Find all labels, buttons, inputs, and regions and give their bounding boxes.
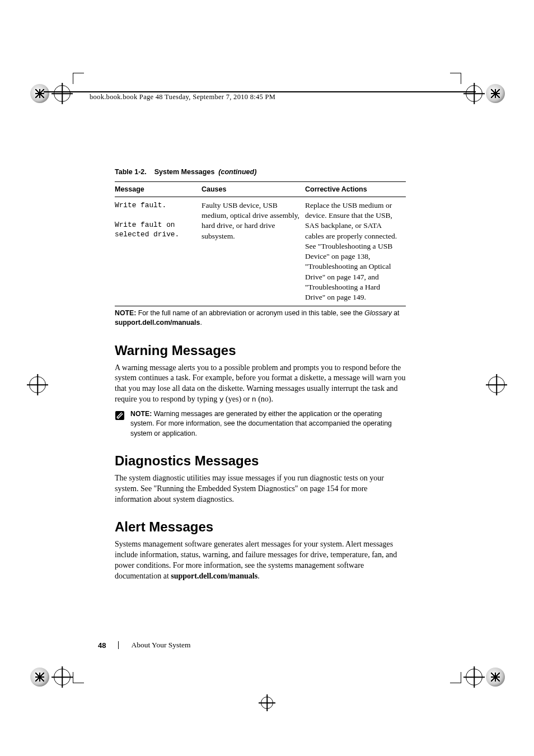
heading-diagnostics-messages: Diagnostics Messages bbox=[115, 453, 406, 469]
header-rule bbox=[44, 91, 476, 92]
page-content: Table 1-2. System Messages (continued) M… bbox=[115, 168, 406, 585]
page-runner: book.book.book Page 48 Tuesday, Septembe… bbox=[90, 93, 275, 101]
crosshair-bottom-right bbox=[466, 669, 483, 685]
system-messages-table: Message Causes Corrective Actions Write … bbox=[115, 181, 406, 306]
note-label: NOTE: bbox=[115, 309, 136, 317]
col-corrective: Corrective Actions bbox=[305, 182, 406, 197]
corrective-cell: Replace the USB medium or device. Ensure… bbox=[305, 197, 406, 306]
page-number: 48 bbox=[98, 641, 106, 650]
footer-divider bbox=[118, 641, 119, 649]
message-cell: Write fault. Write fault on selected dri… bbox=[115, 197, 202, 306]
page-footer: 48 About Your System bbox=[98, 641, 191, 650]
alert-body: Systems management software generates al… bbox=[115, 539, 406, 582]
causes-cell: Faulty USB device, USB medium, optical d… bbox=[202, 197, 305, 306]
crosshair-bottom-center bbox=[259, 694, 275, 711]
table-caption-continued: (continued) bbox=[217, 168, 257, 176]
crosshair-bottom-left bbox=[54, 669, 71, 685]
register-mark-bottom-left bbox=[30, 668, 49, 687]
table-caption-number: Table 1-2. bbox=[115, 168, 147, 176]
footer-section-name: About Your System bbox=[131, 641, 190, 650]
register-mark-top-left bbox=[30, 84, 49, 103]
col-causes: Causes bbox=[202, 182, 305, 197]
register-mark-bottom-right bbox=[486, 668, 505, 687]
table-caption-title: System Messages bbox=[154, 168, 215, 176]
table-row: Write fault. Write fault on selected dri… bbox=[115, 197, 406, 306]
svg-rect-0 bbox=[115, 411, 124, 420]
register-mark-top-right bbox=[486, 84, 505, 103]
heading-warning-messages: Warning Messages bbox=[115, 343, 406, 358]
table-footnote: NOTE: For the full name of an abbreviati… bbox=[115, 309, 406, 328]
crosshair-top-right bbox=[466, 85, 483, 102]
warning-body: A warning message alerts you to a possib… bbox=[115, 363, 406, 405]
diagnostics-body: The system diagnostic utilities may issu… bbox=[115, 473, 406, 505]
crosshair-right bbox=[488, 376, 505, 393]
note-icon bbox=[115, 410, 125, 421]
crosshair-top-left bbox=[54, 85, 71, 102]
warning-note: NOTE: Warning messages are generated by … bbox=[115, 409, 406, 438]
crosshair-left bbox=[29, 376, 46, 393]
heading-alert-messages: Alert Messages bbox=[115, 519, 406, 535]
table-caption: Table 1-2. System Messages (continued) bbox=[115, 168, 406, 176]
warning-note-text: NOTE: Warning messages are generated by … bbox=[130, 409, 406, 438]
col-message: Message bbox=[115, 182, 202, 197]
